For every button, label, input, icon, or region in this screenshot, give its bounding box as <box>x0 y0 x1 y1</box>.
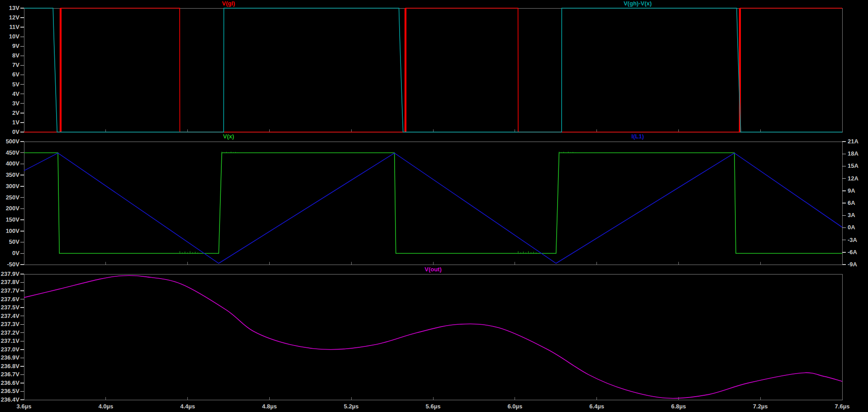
y-tick-label: 236.7V <box>1 371 20 378</box>
y-tick-label-right: 3A <box>848 212 855 218</box>
y-tick-label: 200V <box>6 205 20 212</box>
y-tick-label-right: -3A <box>848 237 858 243</box>
y-tick-label: 237.1V <box>1 337 20 344</box>
y-tick-label: 237.5V <box>1 304 20 311</box>
y-tick-label: 237.8V <box>1 279 20 285</box>
y-tick-label: 10V <box>9 33 19 40</box>
y-tick-label: 236.9V <box>1 354 20 361</box>
y-tick-label-right: -9A <box>848 261 858 268</box>
y-tick-label: 500V <box>6 138 20 145</box>
y-tick-label: 237.9V <box>1 270 20 277</box>
x-tick-label: 4.0µs <box>98 403 113 410</box>
waveform-plot-canvas[interactable]: 13V12V11V10V9V8V7V6V5V4V3V2V1V0V500V450V… <box>0 0 868 412</box>
plot-background <box>0 0 868 412</box>
y-tick-label: 236.8V <box>1 363 20 369</box>
x-tick-label: 6.4µs <box>589 403 604 410</box>
y-tick-label: 236.5V <box>1 388 20 394</box>
y-tick-label: 237.0V <box>1 346 20 353</box>
y-tick-label: 0V <box>12 250 19 256</box>
waveform-viewer[interactable]: 13V12V11V10V9V8V7V6V5V4V3V2V1V0V500V450V… <box>0 0 868 412</box>
y-tick-label: 237.3V <box>1 321 20 327</box>
y-tick-label-right: 0A <box>848 224 855 231</box>
y-tick-label: 7V <box>12 62 19 68</box>
y-tick-label: 350V <box>6 171 20 178</box>
x-tick-label: 5.6µs <box>426 403 441 410</box>
y-tick-label: 250V <box>6 194 20 201</box>
y-tick-label: 5V <box>12 81 19 88</box>
y-tick-label: 6V <box>12 71 19 78</box>
y-tick-label: 4V <box>12 90 19 97</box>
y-tick-label: 2V <box>12 109 19 116</box>
trace-label-i-l1[interactable]: I(L1) <box>631 133 644 140</box>
x-tick-label: 6.8µs <box>671 403 686 410</box>
y-tick-label: 237.7V <box>1 287 20 294</box>
x-tick-label: 7.6µs <box>835 403 850 410</box>
y-tick-label-right: -6A <box>848 249 858 256</box>
y-tick-label-right: 9A <box>848 187 855 194</box>
y-tick-label: 11V <box>10 24 20 30</box>
y-tick-label: 3V <box>12 100 19 107</box>
y-tick-label: 1V <box>12 119 19 126</box>
y-tick-label: 237.6V <box>1 296 20 303</box>
y-tick-label: 100V <box>6 227 20 234</box>
trace-label-v-gh-minus-v-x[interactable]: V(gh)-V(x) <box>624 0 652 7</box>
y-tick-label-right: 15A <box>848 162 858 169</box>
trace-label-v-out[interactable]: V(out) <box>424 266 442 273</box>
x-tick-label: 6.0µs <box>507 403 522 410</box>
y-tick-label: 300V <box>6 183 20 189</box>
trace-label-v-gl[interactable]: V(gl) <box>222 0 235 7</box>
y-tick-label: 0V <box>12 128 19 135</box>
y-tick-label: 50V <box>9 238 19 245</box>
x-tick-label: 5.2µs <box>344 403 359 410</box>
x-tick-label: 3.6µs <box>17 403 32 410</box>
y-tick-label: 236.6V <box>1 379 20 386</box>
y-tick-label: -50V <box>7 261 20 268</box>
y-tick-label: 150V <box>6 216 20 223</box>
y-tick-label: 12V <box>9 14 19 21</box>
y-tick-label-right: 6A <box>848 199 855 206</box>
x-tick-label: 4.4µs <box>180 403 195 410</box>
y-tick-label-right: 12A <box>848 175 858 182</box>
y-tick-label: 400V <box>6 160 20 167</box>
y-tick-label: 237.2V <box>1 329 20 336</box>
y-tick-label: 237.4V <box>1 313 20 319</box>
x-tick-label: 4.8µs <box>262 403 277 410</box>
y-tick-label: 9V <box>12 43 19 49</box>
x-tick-label: 7.2µs <box>753 403 768 410</box>
y-tick-label-right: 21A <box>848 138 858 145</box>
y-tick-label: 450V <box>6 149 20 156</box>
y-tick-label: 13V <box>9 5 19 11</box>
y-tick-label: 8V <box>12 52 19 59</box>
y-tick-label-right: 18A <box>848 150 858 157</box>
trace-label-v-x[interactable]: V(x) <box>223 133 234 140</box>
y-tick-label: 236.4V <box>1 396 20 403</box>
